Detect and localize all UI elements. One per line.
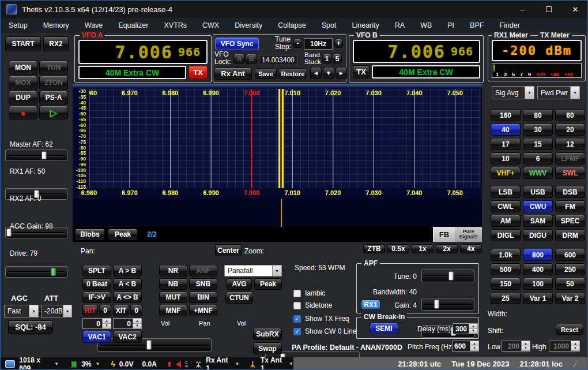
- mode-button[interactable]: DSB: [555, 186, 585, 198]
- xit-zero-button[interactable]: 0: [130, 305, 142, 316]
- att-select[interactable]: -20dB ▼: [41, 305, 72, 317]
- xit-button[interactable]: XIT: [113, 305, 129, 316]
- if-to-v-button[interactable]: IF->V: [82, 291, 111, 303]
- band-button[interactable]: 20: [555, 124, 585, 136]
- band-button[interactable]: WWV: [523, 167, 553, 179]
- frequency-entry-field[interactable]: 14.003400: [259, 55, 298, 65]
- spinner-arrows-icon[interactable]: ▲▼: [133, 319, 141, 328]
- spectrum-plot[interactable]: 6.9606.9706.9806.9907.0007.0107.0207.030…: [89, 89, 481, 188]
- chevron-down-icon[interactable]: ▼: [525, 87, 534, 99]
- filter-button[interactable]: 100: [523, 278, 553, 290]
- restore-button[interactable]: Restore: [278, 68, 307, 79]
- swap-button[interactable]: Swap: [253, 342, 282, 354]
- spinner-arrows-icon[interactable]: ▲▼: [571, 341, 579, 351]
- filter-button[interactable]: Var 1: [523, 292, 553, 304]
- menu-item[interactable]: Diversity: [235, 21, 262, 29]
- b-to-a-button[interactable]: A < B: [113, 278, 142, 290]
- band-down-icon[interactable]: ▼: [323, 67, 334, 79]
- puresignal-button[interactable]: Pure Signal2: [455, 227, 482, 242]
- menu-item[interactable]: Spot: [322, 21, 337, 29]
- subrx-button[interactable]: SubRX: [253, 328, 282, 340]
- minimize-icon[interactable]: –: [509, 1, 536, 18]
- mode-button[interactable]: DIGU: [523, 229, 553, 241]
- agc-select[interactable]: Fast ▼: [4, 305, 39, 317]
- band-next-icon[interactable]: ►: [336, 67, 347, 79]
- mut-button[interactable]: MUT: [159, 291, 187, 303]
- split-button[interactable]: SPLT: [82, 265, 111, 276]
- display-mode-select[interactable]: Panafall ▼: [224, 265, 282, 276]
- chevron-down-icon[interactable]: ▼: [272, 266, 281, 276]
- tx-meter-select[interactable]: Fwd Pwr ▼: [537, 86, 580, 99]
- chevron-down-icon[interactable]: ▼: [29, 305, 38, 317]
- audio-mute-icon[interactable]: [176, 361, 181, 368]
- mode-button[interactable]: DRM: [555, 229, 585, 241]
- filter-button[interactable]: Var 2: [555, 292, 585, 304]
- menu-item[interactable]: XVTRs: [164, 21, 187, 29]
- band-button[interactable]: 15: [523, 138, 553, 150]
- filter-passband-indicator[interactable]: [278, 89, 284, 188]
- vfo-lock-a-button[interactable]: A: [233, 54, 245, 64]
- resolution-text[interactable]: 1018 x 609: [19, 356, 50, 370]
- iambic-checkbox[interactable]: Iambic: [293, 289, 325, 297]
- vac1-button[interactable]: VAC1: [82, 331, 111, 343]
- band-prev-icon[interactable]: ◄: [310, 67, 322, 79]
- peak-blobs-button[interactable]: Peak: [108, 229, 138, 241]
- menu-item[interactable]: Memory: [43, 21, 69, 29]
- mode-button[interactable]: DIGL: [491, 229, 521, 241]
- zero-beat-button[interactable]: 0 Beat: [82, 278, 111, 290]
- step-plus-button[interactable]: +: [334, 39, 343, 48]
- rit-spinner[interactable]: 0 ▲▼: [82, 318, 111, 329]
- mox-button[interactable]: MOX: [9, 76, 37, 89]
- a-swap-b-button[interactable]: A <> B: [113, 291, 142, 303]
- spinner-arrows-icon[interactable]: ▲▼: [102, 319, 111, 328]
- menu-item[interactable]: BPF: [470, 21, 484, 29]
- pitch-spinner[interactable]: 600 ▲▼: [452, 341, 479, 352]
- sql-button[interactable]: SQL: -84: [8, 320, 53, 334]
- dup-button[interactable]: DUP: [9, 91, 37, 104]
- filter-button[interactable]: 1.0k: [491, 249, 521, 261]
- rx-meter-select[interactable]: Sig Avg ▼: [492, 86, 534, 99]
- menu-item[interactable]: Setup: [9, 21, 28, 29]
- a-to-b-button[interactable]: A > B: [113, 265, 142, 276]
- menu-item[interactable]: Linearity: [352, 21, 379, 29]
- filter-button[interactable]: 50: [555, 278, 585, 290]
- rx-ant-button[interactable]: Rx Ant: [214, 68, 252, 80]
- snb-button[interactable]: SNB: [189, 278, 217, 290]
- band-button[interactable]: 80: [523, 109, 553, 121]
- tx-ant-text[interactable]: Tx Ant 1: [261, 356, 285, 370]
- spinner-arrows-icon[interactable]: ▲▼: [469, 324, 477, 334]
- band-button[interactable]: 17: [491, 138, 521, 150]
- vfo-b-frequency[interactable]: 7.006 966: [353, 40, 480, 63]
- bin-button[interactable]: BIN: [189, 291, 217, 303]
- menu-item[interactable]: Equalizer: [118, 21, 148, 29]
- filter-button[interactable]: 150: [491, 278, 521, 290]
- mon-button[interactable]: MON: [9, 61, 37, 74]
- apf-rx1-button[interactable]: RX1: [361, 300, 380, 310]
- vfo-b-tx-button[interactable]: TX: [353, 65, 370, 79]
- vfo-a-frequency[interactable]: 7.006 966: [78, 40, 208, 64]
- vfo-sync-button[interactable]: VFO Sync: [215, 38, 259, 50]
- chevron-down-icon[interactable]: ▼: [63, 305, 71, 317]
- zoom-preset-button[interactable]: 2x: [436, 244, 458, 253]
- menu-item[interactable]: Wave: [85, 21, 103, 29]
- avg-button[interactable]: AVG: [227, 278, 252, 290]
- center-button[interactable]: Center: [215, 244, 242, 256]
- filter-button[interactable]: 400: [523, 263, 553, 275]
- waterfall-display[interactable]: [73, 199, 482, 227]
- spinner-arrows-icon[interactable]: ▲▼: [521, 341, 530, 351]
- sidetone-checkbox[interactable]: Sidetone: [293, 301, 332, 309]
- xit-spinner[interactable]: 0 ▲▼: [113, 318, 142, 329]
- mode-button[interactable]: LSB: [491, 186, 521, 198]
- band-button[interactable]: 40: [491, 124, 521, 136]
- filter-button[interactable]: 800: [523, 249, 553, 261]
- agc-gain-slider[interactable]: [5, 266, 67, 278]
- play-icon[interactable]: ▷: [39, 106, 68, 119]
- tun-button[interactable]: TUN: [39, 61, 68, 74]
- zoom-preset-button[interactable]: ZTB: [363, 244, 385, 253]
- chevron-down-icon[interactable]: ▼: [96, 361, 100, 367]
- filter-button[interactable]: 250: [555, 263, 585, 275]
- plus-mnf-button[interactable]: +MNF: [189, 305, 217, 316]
- mode-button[interactable]: SPEC: [555, 215, 585, 227]
- delay-spinner[interactable]: 300 ▲▼: [453, 323, 478, 334]
- show-cw-zero-checkbox[interactable]: ✓ Show CW 0 Line: [293, 327, 356, 335]
